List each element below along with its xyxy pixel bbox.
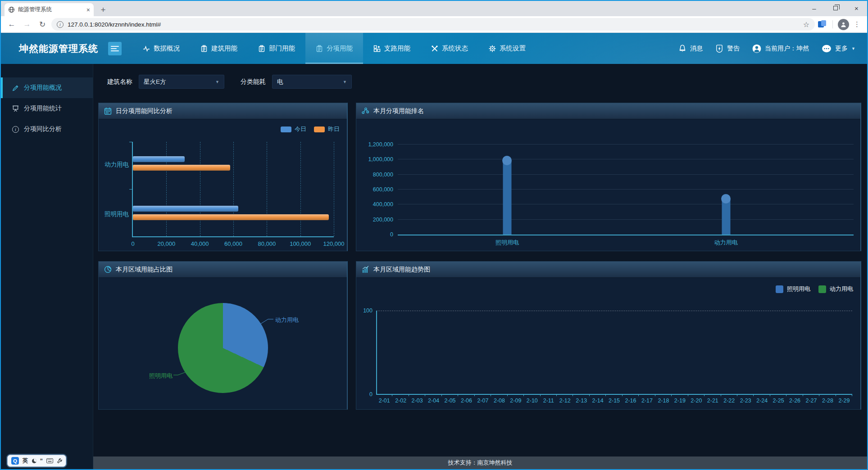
x-tick-label: 2-23 — [737, 398, 754, 407]
gridline — [398, 189, 854, 190]
new-tab-button[interactable]: + — [97, 4, 109, 16]
more-label: 更多 — [835, 45, 848, 53]
legend-item-power[interactable]: 动力用电 — [818, 285, 853, 293]
pie-label-lighting: 照明用电 — [149, 372, 173, 380]
x-tick-label: 2-03 — [409, 398, 425, 407]
current-user-label: 当前用户：坤然 — [765, 45, 809, 53]
sidebar-item-subitem-overview[interactable]: 分项用能概况 — [1, 77, 93, 98]
energy-type-filter-label: 分类能耗 — [241, 78, 266, 86]
nav-tab-branch-energy[interactable]: 支路用能 — [363, 33, 421, 64]
category-label: 照明用电 — [495, 239, 519, 247]
alerts-label: 警告 — [727, 45, 740, 53]
window-controls: – × — [804, 1, 867, 15]
energy-type-select[interactable]: 电 ▼ — [272, 75, 352, 89]
nav-tab-system-settings[interactable]: 系统设置 — [478, 33, 536, 64]
profile-avatar[interactable] — [838, 19, 849, 30]
browser-tabstrip: 能源管理系统 × + – × — [1, 1, 867, 16]
y-tick-label: 600,000 — [356, 186, 393, 193]
trend-x-labels: 2-012-022-032-042-052-062-072-082-092-10… — [376, 398, 852, 407]
nav-tab-subitem-energy[interactable]: 分项用能 — [305, 33, 363, 64]
reload-button[interactable]: ↻ — [36, 18, 49, 31]
presentation-icon — [12, 105, 19, 112]
building-select[interactable]: 星火E方 ▼ — [139, 75, 224, 89]
sidebar-item-subitem-stats[interactable]: 分项用能统计 — [1, 98, 93, 119]
info-icon: i — [12, 126, 19, 133]
forward-button[interactable]: → — [21, 18, 33, 31]
toolbar-separator — [832, 20, 833, 28]
url-text[interactable]: 127.0.0.1:8020/krznnh/index.html# — [68, 21, 799, 28]
daily-legend: 今日 昨日 — [281, 125, 340, 133]
nav-tab-system-status[interactable]: 系统状态 — [421, 33, 478, 64]
punctuation-toggle-icon[interactable]: ” — [40, 459, 43, 463]
ime-engine-icon[interactable]: Q — [11, 457, 19, 465]
extension-page-front — [821, 20, 826, 26]
alerts-button[interactable]: 警告 — [715, 45, 740, 53]
back-button[interactable]: ← — [5, 18, 18, 31]
x-tick-label: 2-24 — [754, 398, 770, 407]
bar-cap — [502, 156, 512, 165]
x-tick-label: 2-12 — [557, 398, 573, 407]
gear-icon — [489, 45, 496, 52]
wrench-icon[interactable] — [57, 458, 62, 464]
ime-language-toggle[interactable]: 英 — [23, 457, 28, 465]
bar-yesterday-power — [133, 165, 230, 171]
y-axis-min-label: 0 — [357, 391, 373, 398]
x-tick-label: 80,000 — [258, 240, 276, 247]
browser-menu-icon[interactable]: ⋮ — [852, 20, 863, 28]
bell-icon — [678, 45, 686, 53]
x-tick-label: 2-16 — [623, 398, 639, 407]
nav-label: 建筑用能 — [211, 44, 237, 53]
panel-area-trend: 本月区域用能趋势图 照明用电 动力用电 100 0 — [356, 261, 861, 410]
messages-button[interactable]: 消息 — [678, 45, 703, 53]
nav-label: 系统设置 — [500, 44, 526, 53]
keyboard-icon[interactable] — [46, 458, 53, 463]
clipboard-icon — [258, 45, 265, 52]
legend-item-lighting[interactable]: 照明用电 — [776, 285, 810, 293]
x-tick-label: 20,000 — [157, 240, 175, 247]
bookmark-star-icon[interactable]: ☆ — [803, 20, 809, 29]
x-tick-label: 2-18 — [655, 398, 672, 407]
nav-tab-department-energy[interactable]: 部门用能 — [248, 33, 305, 64]
nav-tab-data-overview[interactable]: 数据概况 — [132, 33, 190, 64]
sidebar-item-subitem-yoy[interactable]: i 分项同比分析 — [1, 119, 93, 140]
site-info-icon[interactable]: i — [57, 21, 64, 28]
pulse-icon — [143, 45, 150, 52]
panel-monthly-ranking: 本月分项用能排名 0200,000400,000600,000800,0001,… — [356, 103, 861, 251]
window-minimize-button[interactable]: – — [804, 1, 825, 15]
window-restore-button[interactable] — [825, 1, 846, 15]
x-tick-label: 2-15 — [606, 398, 622, 407]
lightning-shield-icon — [715, 45, 723, 53]
ranking-plot: 0200,000400,000600,000800,0001,000,0001,… — [398, 145, 854, 235]
x-tick-label: 2-06 — [458, 398, 474, 407]
sidebar: 分项用能概况 分项用能统计 i 分项同比分析 — [1, 64, 93, 469]
ranking-bar — [722, 195, 730, 235]
legend-item-yesterday[interactable]: 昨日 — [314, 125, 340, 133]
person-icon — [840, 21, 847, 28]
y-tick-label: 1,200,000 — [356, 141, 393, 148]
current-user-button[interactable]: 当前用户：坤然 — [752, 44, 809, 53]
sidebar-toggle-button[interactable] — [108, 42, 122, 55]
x-tick-label: 2-14 — [590, 398, 606, 407]
legend-swatch — [314, 127, 325, 132]
bar-cap — [721, 194, 731, 203]
ime-toolbar: Q 英 ” — [7, 455, 66, 467]
gridline — [398, 219, 854, 220]
chevron-down-icon: ▼ — [851, 46, 855, 51]
window-close-button[interactable]: × — [846, 1, 867, 15]
category-label: 照明用电 — [105, 210, 129, 218]
more-button[interactable]: 更多 ▼ — [822, 45, 855, 53]
address-bar[interactable]: i 127.0.0.1:8020/krznnh/index.html# ☆ — [51, 18, 815, 31]
moon-icon[interactable] — [32, 459, 36, 463]
x-tick-label: 2-26 — [786, 398, 803, 407]
x-tick-label: 2-02 — [392, 398, 409, 407]
nav-label: 数据概况 — [154, 44, 180, 53]
nav-label: 系统状态 — [442, 44, 468, 53]
nav-tab-building-energy[interactable]: 建筑用能 — [190, 33, 248, 64]
bar-today-lighting — [133, 206, 238, 212]
legend-item-today[interactable]: 今日 — [281, 125, 306, 133]
extension-icon[interactable] — [818, 20, 827, 29]
browser-tab[interactable]: 能源管理系统 × — [5, 3, 94, 16]
grid-icon — [373, 45, 381, 52]
x-tick-label: 2-05 — [442, 398, 458, 407]
tab-close-icon[interactable]: × — [86, 6, 90, 14]
